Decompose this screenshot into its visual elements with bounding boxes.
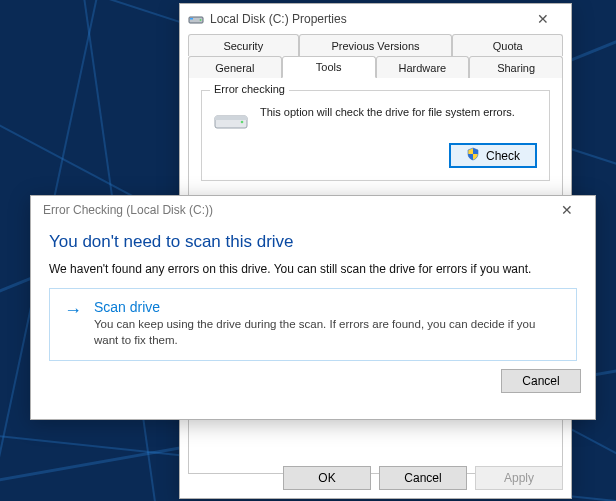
tab-label: Security xyxy=(223,40,263,52)
dialog-title: Error Checking (Local Disk (C:)) xyxy=(43,203,213,217)
svg-rect-4 xyxy=(215,116,247,120)
tab-quota[interactable]: Quota xyxy=(452,34,563,56)
group-legend: Error checking xyxy=(210,83,289,95)
dialog-content: You don't need to scan this drive We hav… xyxy=(31,224,595,361)
tab-label: Previous Versions xyxy=(331,40,419,52)
tab-hardware[interactable]: Hardware xyxy=(376,56,470,78)
tabs-row-upper: Security Previous Versions Quota xyxy=(188,34,563,56)
dialog-titlebar[interactable]: Error Checking (Local Disk (C:)) ✕ xyxy=(31,196,595,224)
disk-icon xyxy=(188,11,204,27)
tab-sharing[interactable]: Sharing xyxy=(469,56,563,78)
drive-icon xyxy=(214,107,248,133)
error-checking-group: Error checking This option will check th… xyxy=(201,90,550,181)
tab-tools[interactable]: Tools xyxy=(282,56,376,78)
tab-general[interactable]: General xyxy=(188,56,282,78)
tab-previous-versions[interactable]: Previous Versions xyxy=(299,34,453,56)
dialog-subtext: We haven't found any errors on this driv… xyxy=(49,262,577,276)
button-label: OK xyxy=(318,471,335,485)
scan-drive-title: Scan drive xyxy=(94,299,554,315)
error-checking-description: This option will check the drive for fil… xyxy=(260,101,537,133)
tab-security[interactable]: Security xyxy=(188,34,299,56)
tabs-row-lower: General Tools Hardware Sharing xyxy=(188,56,563,78)
tab-label: Tools xyxy=(316,61,342,73)
close-icon: ✕ xyxy=(561,202,573,218)
dialog-close-button[interactable]: ✕ xyxy=(547,196,587,224)
button-label: Cancel xyxy=(404,471,441,485)
shield-icon xyxy=(466,147,480,164)
dialog-cancel-button[interactable]: Cancel xyxy=(501,369,581,393)
apply-button: Apply xyxy=(475,466,563,490)
properties-close-button[interactable]: ✕ xyxy=(523,5,563,33)
tab-label: Hardware xyxy=(399,62,447,74)
tab-label: Quota xyxy=(493,40,523,52)
error-checking-dialog: Error Checking (Local Disk (C:)) ✕ You d… xyxy=(30,195,596,420)
properties-title: Local Disk (C:) Properties xyxy=(210,12,347,26)
svg-point-5 xyxy=(241,121,244,124)
ok-button[interactable]: OK xyxy=(283,466,371,490)
button-label: Apply xyxy=(504,471,534,485)
tab-label: General xyxy=(215,62,254,74)
tab-label: Sharing xyxy=(497,62,535,74)
check-button[interactable]: Check xyxy=(449,143,537,168)
button-label: Cancel xyxy=(522,374,559,388)
properties-footer: OK Cancel Apply xyxy=(188,466,563,490)
svg-rect-1 xyxy=(190,18,193,20)
cancel-button[interactable]: Cancel xyxy=(379,466,467,490)
scan-drive-option[interactable]: → Scan drive You can keep using the driv… xyxy=(49,288,577,361)
dialog-heading: You don't need to scan this drive xyxy=(49,232,577,252)
arrow-right-icon: → xyxy=(64,301,82,348)
svg-point-2 xyxy=(200,19,202,21)
scan-drive-text: You can keep using the drive during the … xyxy=(94,317,554,348)
check-button-label: Check xyxy=(486,149,520,163)
properties-titlebar[interactable]: Local Disk (C:) Properties ✕ xyxy=(180,4,571,34)
close-icon: ✕ xyxy=(537,11,549,27)
